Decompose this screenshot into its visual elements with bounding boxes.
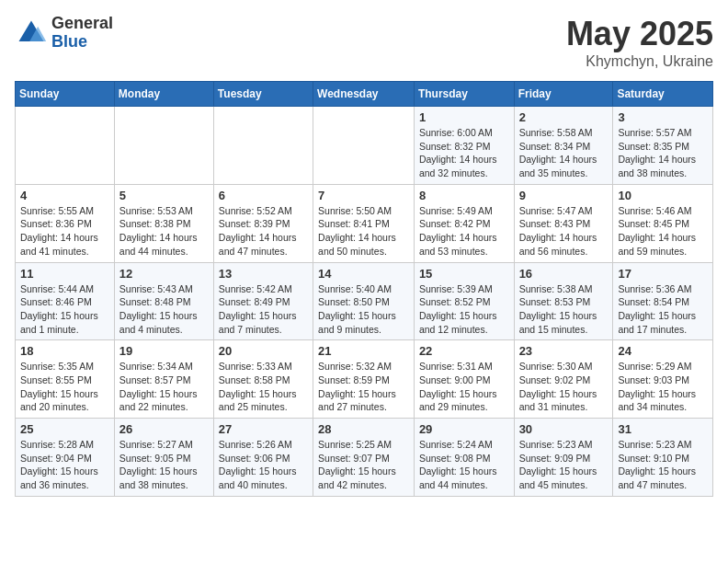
calendar-cell: 22Sunrise: 5:31 AMSunset: 9:00 PMDayligh… [414, 340, 514, 419]
day-info: Sunrise: 5:40 AMSunset: 8:50 PMDaylight:… [318, 282, 409, 337]
day-number: 16 [519, 267, 609, 281]
day-number: 13 [219, 267, 308, 281]
day-info: Sunrise: 6:00 AMSunset: 8:32 PMDaylight:… [419, 126, 509, 180]
day-info: Sunrise: 5:42 AMSunset: 8:49 PMDaylight:… [219, 282, 308, 337]
weekday-row: SundayMondayTuesdayWednesdayThursdayFrid… [16, 82, 713, 107]
calendar-cell: 11Sunrise: 5:44 AMSunset: 8:46 PMDayligh… [16, 262, 115, 340]
day-number: 14 [318, 267, 409, 281]
logo-icon [15, 17, 48, 50]
day-number: 9 [519, 189, 609, 202]
day-info: Sunrise: 5:47 AMSunset: 8:43 PMDaylight:… [519, 204, 609, 259]
calendar-cell: 31Sunrise: 5:23 AMSunset: 9:10 PMDayligh… [613, 419, 713, 497]
calendar-cell: 4Sunrise: 5:55 AMSunset: 8:36 PMDaylight… [16, 184, 115, 262]
day-info: Sunrise: 5:39 AMSunset: 8:52 PMDaylight:… [419, 282, 509, 337]
day-number: 24 [618, 344, 708, 358]
day-info: Sunrise: 5:53 AMSunset: 8:38 PMDaylight:… [119, 204, 209, 259]
day-info: Sunrise: 5:32 AMSunset: 8:59 PMDaylight:… [318, 360, 409, 414]
calendar-body: 1Sunrise: 6:00 AMSunset: 8:32 PMDaylight… [16, 107, 713, 497]
day-number: 11 [20, 267, 109, 281]
calendar-cell: 12Sunrise: 5:43 AMSunset: 8:48 PMDayligh… [114, 262, 213, 340]
day-info: Sunrise: 5:50 AMSunset: 8:41 PMDaylight:… [318, 204, 409, 259]
calendar-cell: 3Sunrise: 5:57 AMSunset: 8:35 PMDaylight… [613, 107, 713, 185]
day-info: Sunrise: 5:33 AMSunset: 8:58 PMDaylight:… [219, 360, 308, 414]
title-block: May 2025 Khymchyn, Ukraine [566, 15, 713, 70]
day-info: Sunrise: 5:55 AMSunset: 8:36 PMDaylight:… [20, 204, 109, 259]
calendar-header: SundayMondayTuesdayWednesdayThursdayFrid… [16, 82, 713, 107]
location-title: Khymchyn, Ukraine [566, 53, 713, 70]
day-info: Sunrise: 5:27 AMSunset: 9:05 PMDaylight:… [119, 438, 209, 492]
page-header: General Blue May 2025 Khymchyn, Ukraine [15, 15, 713, 70]
calendar-week-5: 25Sunrise: 5:28 AMSunset: 9:04 PMDayligh… [16, 419, 713, 497]
day-number: 27 [219, 422, 308, 436]
day-info: Sunrise: 5:24 AMSunset: 9:08 PMDaylight:… [419, 438, 509, 492]
calendar-cell: 10Sunrise: 5:46 AMSunset: 8:45 PMDayligh… [613, 184, 713, 262]
calendar-cell: 6Sunrise: 5:52 AMSunset: 8:39 PMDaylight… [213, 184, 313, 262]
day-info: Sunrise: 5:23 AMSunset: 9:10 PMDaylight:… [618, 438, 708, 492]
day-number: 18 [20, 344, 109, 358]
day-number: 10 [618, 189, 708, 202]
day-number: 17 [618, 267, 708, 281]
calendar-cell: 19Sunrise: 5:34 AMSunset: 8:57 PMDayligh… [114, 340, 213, 419]
day-info: Sunrise: 5:35 AMSunset: 8:55 PMDaylight:… [20, 360, 109, 414]
day-info: Sunrise: 5:38 AMSunset: 8:53 PMDaylight:… [519, 282, 609, 337]
day-number: 4 [20, 189, 109, 202]
day-info: Sunrise: 5:44 AMSunset: 8:46 PMDaylight:… [20, 282, 109, 337]
day-info: Sunrise: 5:49 AMSunset: 8:42 PMDaylight:… [419, 204, 509, 259]
day-info: Sunrise: 5:36 AMSunset: 8:54 PMDaylight:… [618, 282, 708, 337]
calendar-cell: 2Sunrise: 5:58 AMSunset: 8:34 PMDaylight… [514, 107, 613, 185]
day-number: 3 [618, 110, 708, 124]
calendar-cell: 9Sunrise: 5:47 AMSunset: 8:43 PMDaylight… [514, 184, 613, 262]
day-number: 20 [219, 344, 308, 358]
day-info: Sunrise: 5:46 AMSunset: 8:45 PMDaylight:… [618, 204, 708, 259]
logo-general-text: General [51, 15, 113, 33]
calendar-cell: 23Sunrise: 5:30 AMSunset: 9:02 PMDayligh… [514, 340, 613, 419]
calendar-cell [213, 107, 313, 185]
calendar-cell [313, 107, 415, 185]
weekday-header-thursday: Thursday [414, 82, 514, 107]
calendar-week-4: 18Sunrise: 5:35 AMSunset: 8:55 PMDayligh… [16, 340, 713, 419]
calendar-cell: 7Sunrise: 5:50 AMSunset: 8:41 PMDaylight… [313, 184, 415, 262]
day-info: Sunrise: 5:58 AMSunset: 8:34 PMDaylight:… [519, 126, 609, 180]
calendar-cell [16, 107, 115, 185]
day-number: 29 [419, 422, 509, 436]
day-info: Sunrise: 5:34 AMSunset: 8:57 PMDaylight:… [119, 360, 209, 414]
day-info: Sunrise: 5:31 AMSunset: 9:00 PMDaylight:… [419, 360, 509, 414]
day-number: 12 [119, 267, 209, 281]
calendar-cell: 1Sunrise: 6:00 AMSunset: 8:32 PMDaylight… [414, 107, 514, 185]
day-info: Sunrise: 5:23 AMSunset: 9:09 PMDaylight:… [519, 438, 609, 492]
calendar-cell: 20Sunrise: 5:33 AMSunset: 8:58 PMDayligh… [213, 340, 313, 419]
day-number: 21 [318, 344, 409, 358]
day-number: 25 [20, 422, 109, 436]
day-number: 23 [519, 344, 609, 358]
day-number: 6 [219, 189, 308, 202]
calendar-cell: 26Sunrise: 5:27 AMSunset: 9:05 PMDayligh… [114, 419, 213, 497]
day-number: 26 [119, 422, 209, 436]
calendar-cell: 25Sunrise: 5:28 AMSunset: 9:04 PMDayligh… [16, 419, 115, 497]
day-info: Sunrise: 5:28 AMSunset: 9:04 PMDaylight:… [20, 438, 109, 492]
day-number: 22 [419, 344, 509, 358]
calendar-cell: 28Sunrise: 5:25 AMSunset: 9:07 PMDayligh… [313, 419, 415, 497]
calendar-week-3: 11Sunrise: 5:44 AMSunset: 8:46 PMDayligh… [16, 262, 713, 340]
calendar-cell: 16Sunrise: 5:38 AMSunset: 8:53 PMDayligh… [514, 262, 613, 340]
day-info: Sunrise: 5:43 AMSunset: 8:48 PMDaylight:… [119, 282, 209, 337]
logo: General Blue [15, 15, 113, 52]
weekday-header-saturday: Saturday [613, 82, 713, 107]
weekday-header-monday: Monday [114, 82, 213, 107]
day-number: 19 [119, 344, 209, 358]
calendar-cell: 29Sunrise: 5:24 AMSunset: 9:08 PMDayligh… [414, 419, 514, 497]
calendar-cell: 18Sunrise: 5:35 AMSunset: 8:55 PMDayligh… [16, 340, 115, 419]
day-info: Sunrise: 5:29 AMSunset: 9:03 PMDaylight:… [618, 360, 708, 414]
calendar-week-2: 4Sunrise: 5:55 AMSunset: 8:36 PMDaylight… [16, 184, 713, 262]
calendar-cell: 21Sunrise: 5:32 AMSunset: 8:59 PMDayligh… [313, 340, 415, 419]
calendar-cell [114, 107, 213, 185]
day-info: Sunrise: 5:57 AMSunset: 8:35 PMDaylight:… [618, 126, 708, 180]
day-info: Sunrise: 5:26 AMSunset: 9:06 PMDaylight:… [219, 438, 308, 492]
calendar-cell: 15Sunrise: 5:39 AMSunset: 8:52 PMDayligh… [414, 262, 514, 340]
calendar-cell: 13Sunrise: 5:42 AMSunset: 8:49 PMDayligh… [213, 262, 313, 340]
month-title: May 2025 [566, 15, 713, 53]
calendar-cell: 14Sunrise: 5:40 AMSunset: 8:50 PMDayligh… [313, 262, 415, 340]
logo-blue-text: Blue [51, 33, 113, 52]
day-number: 1 [419, 110, 509, 124]
logo-text: General Blue [51, 15, 113, 52]
calendar-week-1: 1Sunrise: 6:00 AMSunset: 8:32 PMDaylight… [16, 107, 713, 185]
